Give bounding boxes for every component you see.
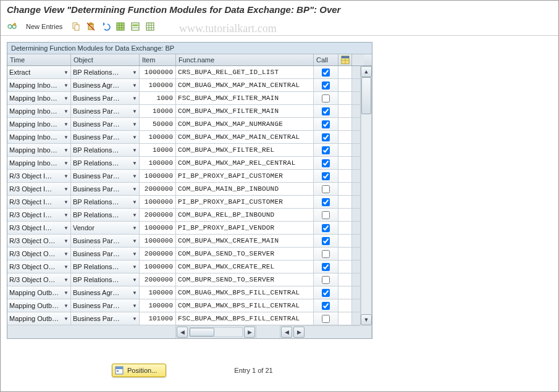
scroll-right-button-2[interactable]: ▶ [293, 327, 305, 338]
func-value[interactable]: PI_BP_PROXY_BAPI_CUSTOMER [176, 170, 314, 183]
call-checkbox[interactable] [322, 302, 330, 310]
time-dropdown[interactable]: Mapping Outb…▼ [7, 299, 71, 312]
func-value[interactable]: FSC_BUPA_MWX_BPS_FILL_CENTRAL [176, 312, 314, 325]
object-dropdown[interactable]: BP Relations…▼ [71, 196, 140, 209]
item-value[interactable]: 1000000 [140, 196, 176, 209]
object-dropdown[interactable]: Business Par…▼ [71, 235, 140, 248]
call-checkbox[interactable] [322, 315, 330, 323]
item-value[interactable]: 50000 [140, 118, 176, 131]
time-dropdown[interactable]: Mapping Inbo…▼ [7, 118, 71, 131]
call-checkbox[interactable] [322, 172, 330, 180]
object-dropdown[interactable]: BP Relations…▼ [71, 273, 140, 286]
func-value[interactable]: COM_BUPA_MWX_MAP_REL_CENTRAL [176, 157, 314, 170]
func-value[interactable]: COM_BUPA_MAIN_BP_INBOUND [176, 183, 314, 196]
call-checkbox[interactable] [322, 81, 330, 90]
call-checkbox[interactable] [322, 69, 330, 77]
func-value[interactable]: CRS_BUPA_REL_GET_ID_LIST [176, 66, 314, 79]
time-dropdown[interactable]: Mapping Inbo…▼ [7, 92, 71, 105]
item-value[interactable]: 1000000 [140, 235, 176, 248]
call-checkbox[interactable] [322, 250, 330, 258]
object-dropdown[interactable]: Business Par…▼ [71, 105, 140, 118]
item-value[interactable]: 1000000 [140, 170, 176, 183]
time-dropdown[interactable]: Mapping Outb…▼ [7, 312, 71, 325]
call-checkbox[interactable] [322, 237, 330, 245]
scroll-right-button[interactable]: ▶ [244, 327, 255, 338]
scroll-down-button[interactable]: ▼ [361, 314, 372, 325]
object-dropdown[interactable]: Business Agr…▼ [71, 286, 140, 299]
func-value[interactable]: COM_BUPA_MWX_MAP_MAIN_CENTRAL [176, 131, 314, 144]
object-dropdown[interactable]: Business Par…▼ [71, 299, 140, 312]
table-settings-button[interactable] [338, 54, 352, 65]
item-value[interactable]: 10000 [140, 144, 176, 157]
item-value[interactable]: 2000000 [140, 183, 176, 196]
item-value[interactable]: 2000000 [140, 248, 176, 261]
time-dropdown[interactable]: Extract▼ [7, 66, 71, 79]
item-value[interactable]: 100000 [140, 131, 176, 144]
time-dropdown[interactable]: R/3 Object O…▼ [7, 248, 71, 261]
col-header-object[interactable]: Object [71, 54, 140, 65]
func-value[interactable]: COM_BUPA_MWX_BPS_FILL_CENTRAL [176, 299, 314, 312]
time-dropdown[interactable]: Mapping Inbo…▼ [7, 157, 71, 170]
func-value[interactable]: COM_BUAG_MWX_MAP_MAIN_CENTRAL [176, 79, 314, 92]
time-dropdown[interactable]: R/3 Object I…▼ [7, 196, 71, 209]
object-dropdown[interactable]: BP Relations…▼ [71, 66, 140, 79]
call-checkbox[interactable] [322, 94, 330, 102]
time-dropdown[interactable]: Mapping Inbo…▼ [7, 144, 71, 157]
object-dropdown[interactable]: BP Relations…▼ [71, 157, 140, 170]
vertical-scroll-thumb[interactable] [361, 77, 371, 114]
item-value[interactable]: 100000 [140, 286, 176, 299]
item-value[interactable]: 1000 [140, 92, 176, 105]
time-dropdown[interactable]: R/3 Object O…▼ [7, 273, 71, 286]
deselect-all-button[interactable] [143, 20, 157, 33]
time-dropdown[interactable]: Mapping Inbo…▼ [7, 79, 71, 92]
item-value[interactable]: 1000000 [140, 261, 176, 273]
func-value[interactable]: COM_BUPA_SEND_TO_SERVER [176, 248, 314, 261]
horizontal-scrollbar-right[interactable]: ◀ ▶ [280, 325, 360, 338]
time-dropdown[interactable]: R/3 Object I…▼ [7, 209, 71, 222]
col-header-call[interactable]: Call [314, 54, 338, 65]
item-value[interactable]: 100000 [140, 79, 176, 92]
time-dropdown[interactable]: Mapping Outb…▼ [7, 286, 71, 299]
object-dropdown[interactable]: Business Par…▼ [71, 248, 140, 261]
call-checkbox[interactable] [322, 133, 330, 141]
func-value[interactable]: COM_BUAG_MWX_BPS_FILL_CENTRAL [176, 286, 314, 299]
func-value[interactable]: COM_BUPA_MWX_MAP_NUMRANGE [176, 118, 314, 131]
call-checkbox[interactable] [322, 120, 330, 128]
new-entries-button[interactable]: New Entries [20, 20, 68, 33]
item-value[interactable]: 2000000 [140, 273, 176, 286]
item-value[interactable]: 100000 [140, 299, 176, 312]
item-value[interactable]: 2000000 [140, 209, 176, 222]
item-value[interactable]: 100000 [140, 157, 176, 170]
horizontal-scroll-thumb[interactable] [190, 328, 214, 336]
object-dropdown[interactable]: BP Relations…▼ [71, 209, 140, 222]
object-dropdown[interactable]: Business Agr…▼ [71, 79, 140, 92]
func-value[interactable]: PI_BP_PROXY_BAPI_VENDOR [176, 222, 314, 235]
item-value[interactable]: 10000 [140, 105, 176, 118]
object-dropdown[interactable]: Business Par…▼ [71, 312, 140, 325]
time-dropdown[interactable]: Mapping Inbo…▼ [7, 131, 71, 144]
object-dropdown[interactable]: Business Par…▼ [71, 170, 140, 183]
call-checkbox[interactable] [322, 159, 330, 167]
object-dropdown[interactable]: Business Par…▼ [71, 131, 140, 144]
func-value[interactable]: COM_BUPA_MWX_CREATE_MAIN [176, 235, 314, 248]
func-value[interactable]: PI_BP_PROXY_BAPI_CUSTOMER [176, 196, 314, 209]
call-checkbox[interactable] [322, 146, 330, 154]
time-dropdown[interactable]: Mapping Inbo…▼ [7, 105, 71, 118]
call-checkbox[interactable] [322, 224, 330, 232]
select-block-button[interactable] [128, 20, 142, 33]
toggle-display-change-button[interactable] [6, 20, 19, 33]
scroll-left-button[interactable]: ◀ [177, 327, 188, 338]
item-value[interactable]: 101000 [140, 312, 176, 325]
undo-button[interactable] [99, 20, 112, 33]
item-value[interactable]: 1000000 [140, 66, 176, 79]
time-dropdown[interactable]: R/3 Object I…▼ [7, 183, 71, 196]
func-value[interactable]: COM_BUPA_MWX_FILTER_REL [176, 144, 314, 157]
col-header-func[interactable]: Funct.name [176, 54, 314, 65]
object-dropdown[interactable]: BP Relations…▼ [71, 261, 140, 273]
object-dropdown[interactable]: Business Par…▼ [71, 183, 140, 196]
scroll-up-button[interactable]: ▲ [361, 66, 372, 77]
object-dropdown[interactable]: BP Relations…▼ [71, 144, 140, 157]
select-all-button[interactable] [114, 20, 127, 33]
func-value[interactable]: COM_BUPR_SEND_TO_SERVER [176, 273, 314, 286]
copy-as-button[interactable] [69, 20, 83, 33]
